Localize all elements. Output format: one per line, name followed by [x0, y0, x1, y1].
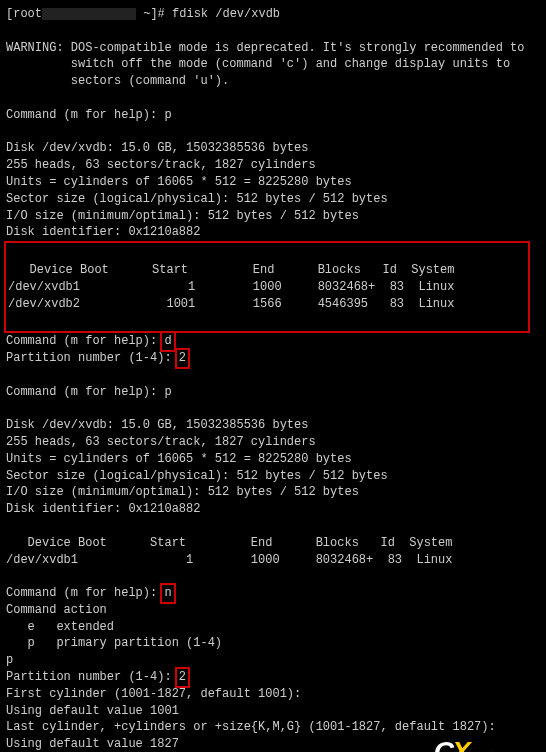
input-highlight: 2	[175, 667, 190, 688]
logo-icon: CX	[434, 732, 469, 752]
disk-info: 255 heads, 63 sectors/track, 1827 cylind…	[6, 157, 528, 174]
disk-info: Sector size (logical/physical): 512 byte…	[6, 468, 528, 485]
cylinder-default: Using default value 1001	[6, 703, 528, 720]
table-header: Device Boot Start End Blocks Id System	[8, 262, 526, 279]
command-action: Command action	[6, 602, 528, 619]
partition-prompt: Partition number (1-4): 2	[6, 350, 528, 367]
partition-prompt: Partition number (1-4): 2	[6, 669, 528, 686]
command-line: Command (m for help): p	[6, 384, 528, 401]
disk-info: Sector size (logical/physical): 512 byte…	[6, 191, 528, 208]
watermark-logo: CX 创新互联 CHUANG XIN HU LIAN	[422, 732, 524, 752]
warning-line: switch off the mode (command 'c') and ch…	[6, 56, 528, 73]
input-highlight: 2	[175, 348, 190, 369]
command-line: Command (m for help): p	[6, 107, 528, 124]
table-row: /dev/xvdb1 1 1000 8032468+ 83 Linux	[8, 279, 526, 296]
partition-type: p	[6, 652, 528, 669]
table-header: Device Boot Start End Blocks Id System	[6, 535, 528, 552]
table-row: /dev/xvdb2 1001 1566 4546395 83 Linux	[8, 296, 526, 313]
command-line: Command (m for help): d	[6, 333, 528, 350]
input-highlight: d	[160, 331, 175, 352]
redacted-host2	[102, 8, 136, 20]
disk-info: Disk /dev/xvdb: 15.0 GB, 15032385536 byt…	[6, 417, 528, 434]
disk-info: Disk identifier: 0x1210a882	[6, 501, 528, 518]
table-row: /dev/xvdb1 1 1000 8032468+ 83 Linux	[6, 552, 528, 569]
prompt-line: [root ~]# fdisk /dev/xvdb	[6, 6, 528, 23]
partition-table-highlight: Device Boot Start End Blocks Id System /…	[4, 241, 530, 333]
warning-line: WARNING: DOS-compatible mode is deprecat…	[6, 40, 528, 57]
command-action: e extended	[6, 619, 528, 636]
prompt-post: ~]# fdisk /dev/xvdb	[136, 7, 280, 21]
disk-info: Disk /dev/xvdb: 15.0 GB, 15032385536 byt…	[6, 140, 528, 157]
disk-info: Units = cylinders of 16065 * 512 = 82252…	[6, 451, 528, 468]
command-line: Command (m for help): n	[6, 585, 528, 602]
disk-info: I/O size (minimum/optimal): 512 bytes / …	[6, 484, 528, 501]
warning-line: sectors (command 'u').	[6, 73, 528, 90]
terminal[interactable]: [root ~]# fdisk /dev/xvdb WARNING: DOS-c…	[6, 6, 528, 752]
input-highlight: n	[160, 583, 175, 604]
redacted-host	[42, 8, 102, 20]
disk-info: Disk identifier: 0x1210a882	[6, 224, 528, 241]
disk-info: I/O size (minimum/optimal): 512 bytes / …	[6, 208, 528, 225]
disk-info: 255 heads, 63 sectors/track, 1827 cylind…	[6, 434, 528, 451]
disk-info: Units = cylinders of 16065 * 512 = 82252…	[6, 174, 528, 191]
command-action: p primary partition (1-4)	[6, 635, 528, 652]
cylinder-prompt: First cylinder (1001-1827, default 1001)…	[6, 686, 528, 703]
prompt-pre: [root	[6, 7, 42, 21]
